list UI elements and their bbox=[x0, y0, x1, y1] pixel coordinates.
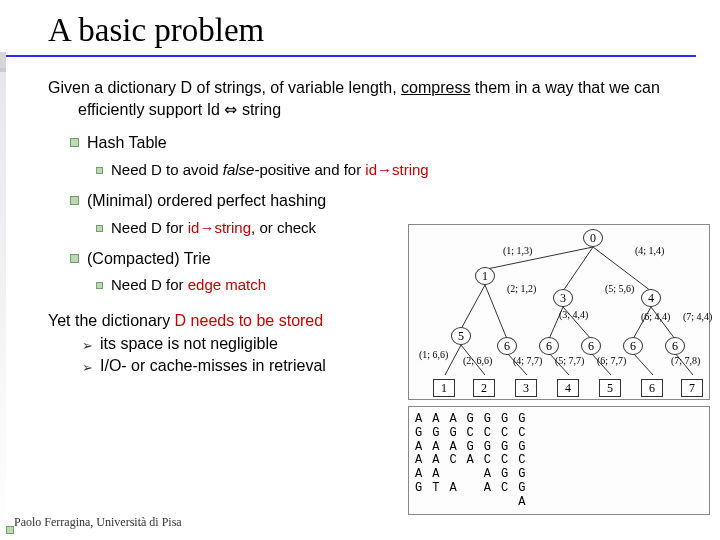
leaf-node: 3 bbox=[515, 379, 537, 397]
matrix-cell: A bbox=[484, 482, 491, 496]
tree-node: 1 bbox=[475, 267, 495, 285]
matrix-cell: C bbox=[518, 454, 525, 468]
edge-label: (6; 7,7) bbox=[597, 355, 626, 366]
subitem-text: Need D for edge match bbox=[111, 275, 266, 295]
matrix-cell: A bbox=[449, 441, 456, 455]
matrix-cell: G bbox=[484, 413, 491, 427]
svg-line-3 bbox=[461, 285, 485, 329]
matrix-cell: A bbox=[432, 468, 439, 482]
matrix-cell: A bbox=[518, 496, 525, 510]
figure: 01345123456766666 (1; 1,3)(4; 1,4)(2; 1,… bbox=[408, 224, 710, 515]
tree-node: 3 bbox=[553, 289, 573, 307]
matrix-cell: C bbox=[467, 427, 474, 441]
t: Need D to avoid bbox=[111, 161, 223, 178]
matrix-cell: G bbox=[415, 482, 422, 496]
matrix-cell: C bbox=[484, 454, 491, 468]
t: Need D for bbox=[111, 219, 188, 236]
matrix-cell bbox=[449, 468, 456, 482]
matrix-cell: G bbox=[467, 413, 474, 427]
matrix-cell: G bbox=[449, 427, 456, 441]
t: false bbox=[223, 161, 255, 178]
bullet-icon bbox=[70, 138, 79, 147]
matrix-cell: T bbox=[432, 482, 439, 496]
matrix-cell: A bbox=[432, 454, 439, 468]
matrix-column: GCGCGGA bbox=[518, 413, 525, 510]
subitem-text: Need D for id→string, or check bbox=[111, 218, 316, 238]
edge-label: (3; 4,4) bbox=[559, 309, 588, 320]
tree-node: 6 bbox=[623, 337, 643, 355]
matrix-cell: G bbox=[518, 441, 525, 455]
matrix-cell: C bbox=[501, 427, 508, 441]
leaf-node: 2 bbox=[473, 379, 495, 397]
intro-paragraph: Given a dictionary D of strings, of vari… bbox=[48, 77, 696, 120]
matrix-cell: G bbox=[518, 413, 525, 427]
leaf-node: 6 bbox=[641, 379, 663, 397]
bullet-icon bbox=[96, 225, 103, 232]
t: , or check bbox=[251, 219, 316, 236]
bullet-icon bbox=[70, 254, 79, 263]
t: Need D for bbox=[111, 276, 188, 293]
string-matrix: AGAAAGAGAAATAGAC AGCGA GCGCAAGCGCGCGCGCG… bbox=[408, 406, 710, 515]
tree-node: 0 bbox=[583, 229, 603, 247]
leaf-node: 7 bbox=[681, 379, 703, 397]
edge-label: (2; 6,6) bbox=[463, 355, 492, 366]
trie-diagram: 01345123456766666 (1; 1,3)(4; 1,4)(2; 1,… bbox=[408, 224, 710, 400]
matrix-cell: A bbox=[449, 482, 456, 496]
edge-label: (7; 7,8) bbox=[671, 355, 700, 366]
corner-decoration bbox=[6, 526, 14, 534]
matrix-cell bbox=[467, 468, 474, 482]
item-label: (Minimal) ordered perfect hashing bbox=[87, 190, 326, 212]
svg-line-1 bbox=[563, 247, 593, 291]
matrix-column: AGAAAT bbox=[432, 413, 439, 510]
bullet-icon bbox=[70, 196, 79, 205]
matrix-cell: A bbox=[484, 468, 491, 482]
yet-red: D needs to be stored bbox=[175, 312, 324, 329]
matrix-cell: G bbox=[518, 468, 525, 482]
edge-label: (2; 1,2) bbox=[507, 283, 536, 294]
matrix-cell: A bbox=[415, 454, 422, 468]
svg-line-4 bbox=[485, 285, 507, 339]
leaf-node: 1 bbox=[433, 379, 455, 397]
tree-node: 4 bbox=[641, 289, 661, 307]
matrix-column: GCGA bbox=[467, 413, 474, 510]
yet-text: its space is not negligible bbox=[100, 333, 278, 355]
t: id→string bbox=[365, 161, 428, 178]
matrix-cell: G bbox=[501, 441, 508, 455]
matrix-cell: G bbox=[501, 413, 508, 427]
yet-prefix: Yet the dictionary bbox=[48, 312, 175, 329]
svg-line-14 bbox=[633, 353, 653, 375]
bullet-icon bbox=[96, 167, 103, 174]
list-item: Hash Table Need D to avoid false-positiv… bbox=[70, 132, 696, 180]
tree-node: 5 bbox=[451, 327, 471, 345]
subitem-text: Need D to avoid false-positive and for i… bbox=[111, 160, 429, 180]
arrow-bullet-icon: ➢ bbox=[82, 359, 92, 377]
matrix-cell: G bbox=[501, 468, 508, 482]
intro-tail: string bbox=[237, 101, 281, 118]
matrix-cell: A bbox=[415, 413, 422, 427]
matrix-column: AGAC A bbox=[449, 413, 456, 510]
edge-label: (4; 7,7) bbox=[513, 355, 542, 366]
matrix-cell: C bbox=[518, 427, 525, 441]
bullet-icon bbox=[96, 282, 103, 289]
matrix-column: AGAAAG bbox=[415, 413, 422, 510]
list-subitem: Need D to avoid false-positive and for i… bbox=[96, 160, 696, 180]
matrix-cell: A bbox=[415, 441, 422, 455]
footer-author: Paolo Ferragina, Università di Pisa bbox=[14, 515, 182, 530]
tree-node: 6 bbox=[497, 337, 517, 355]
item-label: (Compacted) Trie bbox=[87, 248, 211, 270]
leaf-node: 5 bbox=[599, 379, 621, 397]
matrix-cell: A bbox=[432, 413, 439, 427]
page-title: A basic problem bbox=[48, 12, 720, 53]
edge-label: (1; 6,6) bbox=[419, 349, 448, 360]
edge-label: (1; 1,3) bbox=[503, 245, 532, 256]
matrix-cell: G bbox=[467, 441, 474, 455]
title-underline bbox=[6, 55, 696, 57]
matrix-cell: G bbox=[484, 441, 491, 455]
matrix-cell: C bbox=[501, 454, 508, 468]
leaf-node: 4 bbox=[557, 379, 579, 397]
edge-label: (4; 1,4) bbox=[635, 245, 664, 256]
arrow-bullet-icon: ➢ bbox=[82, 337, 92, 355]
edge-label: (5; 5,6) bbox=[605, 283, 634, 294]
t: edge match bbox=[188, 276, 266, 293]
matrix-cell: C bbox=[449, 454, 456, 468]
